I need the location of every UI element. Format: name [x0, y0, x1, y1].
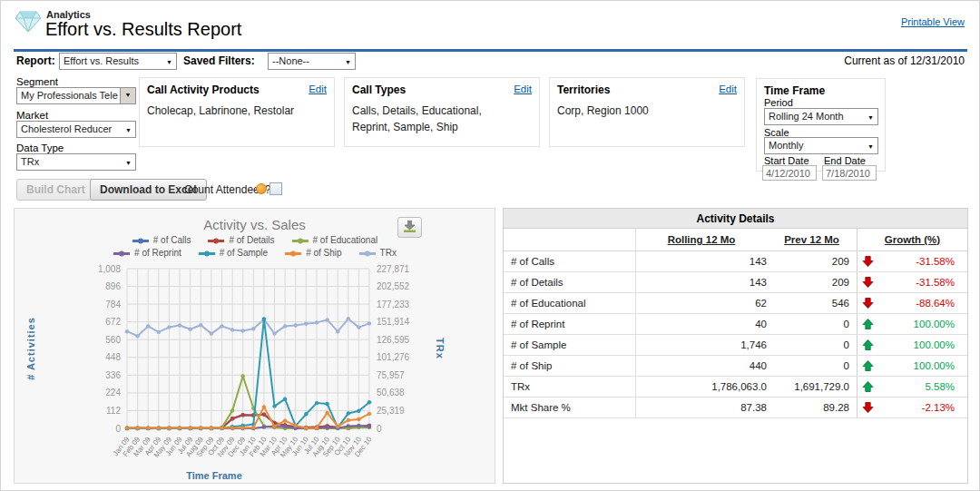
growth-down-arrow-icon [862, 255, 874, 268]
prev-12mo-value: 0 [774, 314, 858, 334]
growth-value: -31.58% [916, 277, 955, 288]
rolling-12mo-value: 40 [636, 314, 774, 334]
edit-call-types-link[interactable]: Edit [514, 83, 532, 94]
report-label: Report: [16, 54, 55, 67]
svg-text:0: 0 [377, 424, 382, 434]
call-activity-products-panel: Call Activity Products Edit Cholecap, La… [139, 77, 335, 147]
printable-view-link[interactable]: Printable View [901, 16, 965, 27]
svg-text:# Activities: # Activities [25, 317, 36, 380]
download-icon [403, 221, 416, 232]
legend-marker-icon [284, 250, 302, 258]
period-dropdown-value: Rolling 24 Month [769, 111, 844, 122]
activity-vs-sales-chart: 01122243364485606727848961,008025,31950,… [20, 260, 491, 470]
edit-call-activity-products-link[interactable]: Edit [309, 83, 327, 94]
column-header-growth-link[interactable]: Growth (%) [885, 234, 940, 245]
svg-text:112: 112 [106, 406, 121, 416]
column-header-growth: Growth (%) [858, 229, 967, 250]
call-types-panel: Call Types Edit Calls, Details, Educatio… [344, 77, 540, 147]
header-divider [14, 49, 967, 52]
legend-label: # of Ship [306, 248, 341, 258]
legend-marker-icon [132, 237, 150, 245]
svg-text:126,595: 126,595 [377, 335, 410, 345]
panel-content: Corp, Region 1000 [557, 103, 737, 119]
start-date-input[interactable] [762, 165, 817, 181]
chevron-down-icon: ▼ [166, 54, 172, 70]
prev-12mo-value: 1,691,729.0 [774, 377, 858, 397]
legend-marker-icon [198, 250, 216, 258]
chart-title: Activity vs. Sales [15, 217, 495, 232]
analytics-gem-icon [15, 9, 42, 34]
legend-marker-icon [113, 250, 131, 258]
panel-content: Cholecap, Labrinone, Restolar [147, 103, 327, 119]
growth-value: 100.00% [914, 360, 955, 371]
rolling-12mo-value: 87.38 [636, 398, 774, 417]
prev-12mo-value: 0 [774, 356, 858, 376]
column-header-prev-link[interactable]: Prev 12 Mo [784, 234, 839, 245]
legend-label: # of Calls [153, 235, 191, 245]
legend-label: # of Reprint [134, 248, 181, 258]
table-row: TRx1,786,063.01,691,729.05.58% [504, 377, 967, 398]
growth-value: -31.58% [916, 256, 955, 267]
data-type-dropdown[interactable]: TRx ▼ [16, 153, 136, 171]
growth-up-arrow-icon [862, 380, 874, 393]
segment-dropdown[interactable]: My Professionals Tele L ▼ [16, 87, 136, 104]
help-icon[interactable] [256, 183, 267, 194]
svg-text:177,233: 177,233 [377, 300, 410, 309]
legend-item: # of Educational [291, 236, 378, 245]
legend-item: # of Ship [284, 249, 341, 258]
edit-territories-link[interactable]: Edit [719, 83, 737, 94]
table-title: Activity Details [504, 209, 967, 229]
legend-label: TRx [380, 248, 397, 258]
growth-cell: -31.58% [858, 272, 967, 292]
saved-filters-dropdown[interactable]: --None-- ▼ [268, 53, 356, 70]
svg-text:1,008: 1,008 [98, 264, 121, 274]
column-header-rolling: Rolling 12 Mo [636, 229, 774, 250]
market-dropdown-value: Cholesterol Reducer [21, 123, 112, 134]
end-date-input[interactable] [822, 165, 877, 181]
table-row: # of Ship4400100.00% [504, 356, 967, 377]
saved-filters-dropdown-value: --None-- [272, 55, 309, 66]
page-title: Effort vs. Results Report [45, 19, 241, 40]
growth-cell: -2.13% [858, 398, 967, 417]
growth-cell: -88.64% [858, 293, 967, 313]
rolling-12mo-value: 143 [636, 251, 774, 271]
time-frame-title: Time Frame [764, 84, 825, 97]
scale-dropdown[interactable]: Monthly ▼ [764, 137, 878, 154]
market-dropdown[interactable]: Cholesterol Reducer ▼ [16, 121, 136, 138]
legend-label: # of Sample [220, 248, 268, 258]
growth-down-arrow-icon [862, 401, 874, 414]
period-dropdown[interactable]: Rolling 24 Month ▼ [764, 108, 878, 125]
chevron-down-icon: ▼ [867, 110, 874, 125]
rolling-12mo-value: 62 [636, 293, 774, 313]
header-blank-cell [504, 229, 636, 250]
growth-cell: 100.00% [858, 356, 967, 376]
territories-panel: Territories Edit Corp, Region 1000 [549, 77, 745, 147]
growth-up-arrow-icon [862, 339, 874, 351]
growth-value: 100.00% [914, 319, 955, 329]
build-chart-button[interactable]: Build Chart [16, 179, 95, 201]
legend-marker-icon [207, 237, 225, 245]
legend-item: # of Reprint [113, 249, 181, 258]
legend-marker-icon [358, 250, 377, 258]
svg-text:25,319: 25,319 [377, 406, 405, 416]
column-header-rolling-link[interactable]: Rolling 12 Mo [668, 234, 736, 245]
chevron-down-icon: ▼ [867, 139, 874, 154]
report-dropdown[interactable]: Effort vs. Results ▼ [59, 53, 177, 70]
svg-text:896: 896 [105, 281, 121, 291]
data-type-dropdown-value: TRx [21, 156, 39, 167]
chevron-down-icon: ▼ [125, 123, 132, 138]
chevron-down-icon: ▼ [120, 88, 135, 103]
growth-down-arrow-icon [862, 276, 874, 289]
svg-text:75,957: 75,957 [377, 370, 405, 380]
table-body: # of Calls143209-31.58%# of Details14320… [504, 251, 967, 418]
growth-value: 5.58% [925, 381, 955, 392]
svg-text:TRx: TRx [435, 338, 446, 359]
row-label: # of Ship [504, 356, 636, 376]
count-attendees-checkbox[interactable] [270, 182, 282, 195]
x-axis-title: Time Frame [15, 470, 414, 481]
page: Analytics Effort vs. Results Report Prin… [0, 0, 980, 491]
table-row: # of Reprint400100.00% [504, 314, 967, 335]
svg-text:784: 784 [105, 300, 121, 309]
rolling-12mo-value: 1,786,063.0 [636, 377, 774, 397]
svg-text:227,871: 227,871 [377, 264, 410, 274]
